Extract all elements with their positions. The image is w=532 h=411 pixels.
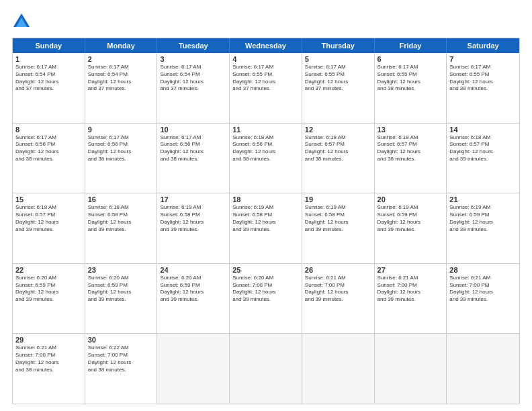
day-number: 6 — [378, 55, 444, 63]
day-number: 1 — [15, 55, 82, 63]
cell-text: Sunrise: 6:20 AMSunset: 6:59 PMDaylight:… — [88, 275, 154, 304]
cell-text: Sunrise: 6:19 AMSunset: 6:58 PMDaylight:… — [305, 204, 371, 233]
day-number: 19 — [305, 195, 371, 203]
calendar-cell: 21Sunrise: 6:19 AMSunset: 6:59 PMDayligh… — [447, 193, 519, 263]
calendar-cell: 23Sunrise: 6:20 AMSunset: 6:59 PMDayligh… — [85, 264, 158, 334]
calendar-cell: 2Sunrise: 6:17 AMSunset: 6:54 PMDaylight… — [85, 53, 158, 123]
cell-text: Sunrise: 6:21 AMSunset: 7:00 PMDaylight:… — [449, 275, 517, 304]
calendar: SundayMondayTuesdayWednesdayThursdayFrid… — [12, 38, 520, 404]
calendar-header: SundayMondayTuesdayWednesdayThursdayFrid… — [13, 38, 519, 53]
header-day-tuesday: Tuesday — [157, 38, 230, 53]
calendar-cell — [375, 334, 447, 404]
day-number: 27 — [378, 266, 444, 274]
day-number: 13 — [378, 126, 444, 134]
cell-text: Sunrise: 6:20 AMSunset: 6:59 PMDaylight:… — [160, 275, 226, 304]
calendar-cell — [447, 334, 519, 404]
header-day-monday: Monday — [85, 38, 158, 53]
calendar-cell — [230, 334, 302, 404]
day-number: 26 — [305, 266, 371, 274]
day-number: 21 — [449, 195, 517, 203]
calendar-cell: 11Sunrise: 6:18 AMSunset: 6:56 PMDayligh… — [230, 124, 302, 193]
calendar-cell: 20Sunrise: 6:19 AMSunset: 6:59 PMDayligh… — [375, 193, 447, 263]
day-number: 11 — [232, 126, 299, 134]
cell-text: Sunrise: 6:18 AMSunset: 6:57 PMDaylight:… — [449, 134, 517, 163]
day-number: 2 — [88, 55, 154, 63]
calendar-cell — [302, 334, 375, 404]
calendar-cell: 12Sunrise: 6:18 AMSunset: 6:57 PMDayligh… — [302, 124, 375, 193]
calendar-cell: 27Sunrise: 6:21 AMSunset: 7:00 PMDayligh… — [375, 264, 447, 334]
calendar-body: 1Sunrise: 6:17 AMSunset: 6:54 PMDaylight… — [13, 53, 519, 404]
day-number: 5 — [305, 55, 371, 63]
day-number: 12 — [305, 126, 371, 134]
cell-text: Sunrise: 6:19 AMSunset: 6:58 PMDaylight:… — [232, 204, 299, 233]
cell-text: Sunrise: 6:19 AMSunset: 6:59 PMDaylight:… — [378, 204, 444, 233]
calendar-cell: 7Sunrise: 6:17 AMSunset: 6:55 PMDaylight… — [447, 53, 519, 123]
calendar-cell: 6Sunrise: 6:17 AMSunset: 6:55 PMDaylight… — [375, 53, 447, 123]
calendar-cell: 28Sunrise: 6:21 AMSunset: 7:00 PMDayligh… — [447, 264, 519, 334]
cell-text: Sunrise: 6:17 AMSunset: 6:56 PMDaylight:… — [15, 134, 82, 163]
calendar-cell: 5Sunrise: 6:17 AMSunset: 6:55 PMDaylight… — [302, 53, 375, 123]
calendar-row-3: 15Sunrise: 6:18 AMSunset: 6:57 PMDayligh… — [13, 193, 519, 263]
day-number: 29 — [15, 336, 82, 344]
calendar-cell: 13Sunrise: 6:18 AMSunset: 6:57 PMDayligh… — [375, 124, 447, 193]
day-number: 17 — [160, 195, 226, 203]
day-number: 20 — [378, 195, 444, 203]
calendar-cell: 14Sunrise: 6:18 AMSunset: 6:57 PMDayligh… — [447, 124, 519, 193]
day-number: 16 — [88, 195, 154, 203]
cell-text: Sunrise: 6:22 AMSunset: 7:00 PMDaylight:… — [88, 345, 154, 373]
cell-text: Sunrise: 6:17 AMSunset: 6:55 PMDaylight:… — [232, 64, 299, 93]
calendar-cell: 9Sunrise: 6:17 AMSunset: 6:56 PMDaylight… — [85, 124, 158, 193]
calendar-cell: 29Sunrise: 6:21 AMSunset: 7:00 PMDayligh… — [13, 334, 85, 404]
calendar-cell: 19Sunrise: 6:19 AMSunset: 6:58 PMDayligh… — [302, 193, 375, 263]
header — [12, 12, 520, 31]
cell-text: Sunrise: 6:19 AMSunset: 6:58 PMDaylight:… — [160, 204, 226, 233]
day-number: 3 — [160, 55, 226, 63]
day-number: 28 — [449, 266, 517, 274]
day-number: 9 — [88, 126, 154, 134]
cell-text: Sunrise: 6:21 AMSunset: 7:00 PMDaylight:… — [378, 275, 444, 304]
calendar-cell — [157, 334, 230, 404]
day-number: 23 — [88, 266, 154, 274]
cell-text: Sunrise: 6:17 AMSunset: 6:56 PMDaylight:… — [88, 134, 154, 163]
cell-text: Sunrise: 6:19 AMSunset: 6:59 PMDaylight:… — [449, 204, 517, 233]
cell-text: Sunrise: 6:21 AMSunset: 7:00 PMDaylight:… — [305, 275, 371, 304]
cell-text: Sunrise: 6:21 AMSunset: 7:00 PMDaylight:… — [15, 345, 82, 373]
day-number: 25 — [232, 266, 299, 274]
cell-text: Sunrise: 6:18 AMSunset: 6:57 PMDaylight:… — [305, 134, 371, 163]
day-number: 4 — [232, 55, 299, 63]
day-number: 30 — [88, 336, 154, 344]
calendar-cell: 8Sunrise: 6:17 AMSunset: 6:56 PMDaylight… — [13, 124, 85, 193]
day-number: 7 — [449, 55, 517, 63]
calendar-cell: 1Sunrise: 6:17 AMSunset: 6:54 PMDaylight… — [13, 53, 85, 123]
day-number: 14 — [449, 126, 517, 134]
cell-text: Sunrise: 6:20 AMSunset: 7:00 PMDaylight:… — [232, 275, 299, 304]
calendar-cell: 26Sunrise: 6:21 AMSunset: 7:00 PMDayligh… — [302, 264, 375, 334]
day-number: 18 — [232, 195, 299, 203]
cell-text: Sunrise: 6:17 AMSunset: 6:54 PMDaylight:… — [15, 64, 82, 93]
calendar-cell: 3Sunrise: 6:17 AMSunset: 6:54 PMDaylight… — [157, 53, 230, 123]
header-day-saturday: Saturday — [447, 38, 519, 53]
cell-text: Sunrise: 6:18 AMSunset: 6:57 PMDaylight:… — [15, 204, 82, 233]
cell-text: Sunrise: 6:17 AMSunset: 6:55 PMDaylight:… — [449, 64, 517, 93]
cell-text: Sunrise: 6:20 AMSunset: 6:59 PMDaylight:… — [15, 275, 82, 304]
calendar-row-1: 1Sunrise: 6:17 AMSunset: 6:54 PMDaylight… — [13, 53, 519, 123]
calendar-row-4: 22Sunrise: 6:20 AMSunset: 6:59 PMDayligh… — [13, 263, 519, 334]
header-day-thursday: Thursday — [302, 38, 375, 53]
calendar-cell: 25Sunrise: 6:20 AMSunset: 7:00 PMDayligh… — [230, 264, 302, 334]
calendar-cell: 15Sunrise: 6:18 AMSunset: 6:57 PMDayligh… — [13, 193, 85, 263]
header-day-sunday: Sunday — [13, 38, 85, 53]
day-number: 24 — [160, 266, 226, 274]
header-day-wednesday: Wednesday — [230, 38, 302, 53]
cell-text: Sunrise: 6:18 AMSunset: 6:58 PMDaylight:… — [88, 204, 154, 233]
page: SundayMondayTuesdayWednesdayThursdayFrid… — [0, 0, 532, 411]
cell-text: Sunrise: 6:18 AMSunset: 6:57 PMDaylight:… — [378, 134, 444, 163]
cell-text: Sunrise: 6:17 AMSunset: 6:54 PMDaylight:… — [88, 64, 154, 93]
calendar-cell: 4Sunrise: 6:17 AMSunset: 6:55 PMDaylight… — [230, 53, 302, 123]
cell-text: Sunrise: 6:17 AMSunset: 6:56 PMDaylight:… — [160, 134, 226, 163]
header-day-friday: Friday — [375, 38, 447, 53]
cell-text: Sunrise: 6:17 AMSunset: 6:54 PMDaylight:… — [160, 64, 226, 93]
calendar-row-5: 29Sunrise: 6:21 AMSunset: 7:00 PMDayligh… — [13, 333, 519, 404]
cell-text: Sunrise: 6:17 AMSunset: 6:55 PMDaylight:… — [305, 64, 371, 93]
day-number: 10 — [160, 126, 226, 134]
calendar-cell: 22Sunrise: 6:20 AMSunset: 6:59 PMDayligh… — [13, 264, 85, 334]
